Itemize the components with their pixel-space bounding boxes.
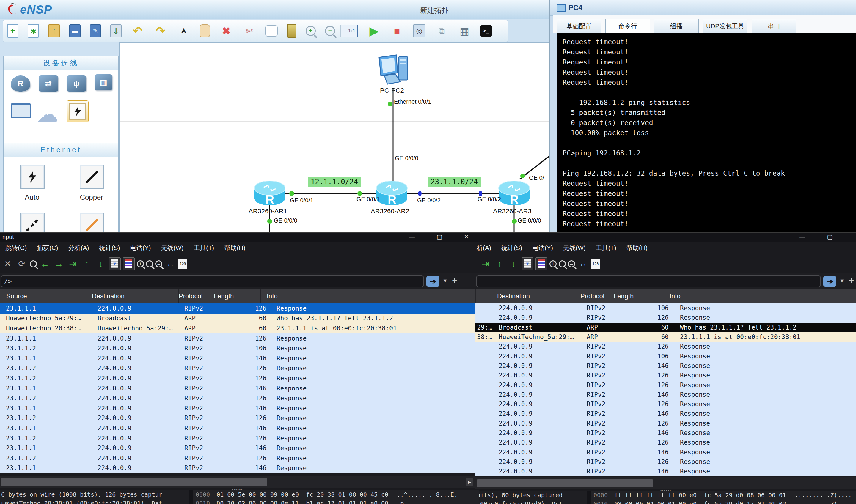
packet-row[interactable]: 224.0.0.9 RIPv2 126 Response [475,342,856,351]
pc4-tab[interactable]: 命令行 [605,19,650,33]
packet-row[interactable]: 23.1.1.1 224.0.0.9 RIPv2 146 Response [0,403,475,413]
maximize-icon[interactable]: ▢ [823,233,837,241]
hex-dump-pane[interactable]: 0000ff ff ff ff ff ff 00 e0 fc 5a 29 d0 … [587,491,856,504]
packet-row[interactable]: HuaweiTechno_20:38:… HuaweiTechno_5a:29:… [0,323,475,334]
zoom-out-icon[interactable]: − [325,26,335,36]
pc-device-icon[interactable] [11,103,31,118]
packet-row[interactable]: 23.1.1.1 224.0.0.9 RIPv2 146 Response [0,423,475,433]
copper-link-button[interactable] [80,165,104,189]
menu-item[interactable]: 捕获(C) [37,244,58,252]
packet-row[interactable]: 23.1.1.1 224.0.0.9 RIPv2 146 Response [0,383,475,393]
packet-row[interactable]: 224.0.0.9 RIPv2 106 Response [475,351,856,361]
node-ar3260-ar2[interactable]: R [375,179,408,206]
packet-row[interactable]: 224.0.0.9 RIPv2 146 Response [475,390,856,399]
menu-item[interactable]: 无线(W) [161,244,184,252]
ws-autoscroll-icon[interactable]: ▼ [109,257,121,270]
packet-row[interactable]: 224.0.0.9 RIPv2 126 Response [475,399,856,409]
pc4-titlebar[interactable]: PC4 [550,0,856,16]
ws-find-icon[interactable] [30,260,37,268]
ws-jump-icon[interactable]: ⇥ [67,257,79,270]
switch-device-icon[interactable]: ⇄ [39,75,58,92]
packet-row[interactable]: 29:… Broadcast ARP 60 Who has 23.1.1.1? … [475,323,856,332]
pc4-tab[interactable]: UDP发包工具 [703,19,748,33]
ws-resize-columns-icon[interactable]: ↔ [577,257,589,270]
horizontal-scrollbar[interactable]: ▶ [0,476,475,488]
packet-row[interactable]: 224.0.0.9 RIPv2 126 Response [475,457,856,467]
device-section-header[interactable]: 设备连线 [3,56,118,70]
menu-item[interactable]: 帮助(H) [627,244,648,252]
undo-icon[interactable]: ↶ [131,23,144,38]
filter-input[interactable]: /> [1,275,424,287]
ws-colorize-icon[interactable] [536,257,547,270]
export-icon[interactable]: ⇓ [110,24,122,37]
menu-item[interactable]: 析(A) [477,244,491,252]
packet-row[interactable]: 23.1.1.1 224.0.0.9 RIPv2 146 Response [0,353,475,363]
packet-row[interactable]: 224.0.0.9 RIPv2 126 Response [475,419,856,428]
new-exam-project-icon[interactable]: ∗ [28,24,39,38]
ws-zoom-out-icon[interactable]: − [559,260,566,268]
filter-dropdown-icon[interactable]: ▼ [442,278,448,284]
minimize-icon[interactable]: — [405,233,419,241]
packet-row[interactable]: HuaweiTechno_5a:29:… Broadcast ARP 60 Wh… [0,313,475,324]
node-ar3260-ar1[interactable]: R [253,179,286,206]
packet-row[interactable]: 23.1.1.2 224.0.0.9 RIPv2 126 Response [0,413,475,424]
ws-colorize-icon[interactable] [123,257,135,270]
delete-link-icon[interactable]: ✄ [242,23,256,38]
packet-row[interactable]: 23.1.1.1 224.0.0.9 RIPv2 146 Response [0,443,475,453]
ws-zoom-reset-icon[interactable]: = [568,260,575,268]
actual-size-icon[interactable]: 1:1 [340,25,358,37]
ws-columns-123-icon[interactable]: 123 [178,259,187,269]
device-link-tool-selected[interactable] [67,101,89,122]
filter-apply-icon[interactable]: ➔ [823,276,836,287]
filter-dropdown-icon[interactable]: ▼ [839,278,845,284]
ws-zoom-reset-icon[interactable]: = [155,260,162,268]
ws-zoom-in-icon[interactable]: + [549,260,557,268]
ws-columns-123-icon[interactable]: 123 [591,259,600,269]
horizontal-scrollbar[interactable] [475,477,856,489]
pc4-terminal[interactable]: Request timeout!Request timeout!Request … [557,33,856,233]
packet-row[interactable]: 224.0.0.9 RIPv2 126 Response [475,380,856,390]
packet-row[interactable]: 23.1.1.2 224.0.0.9 RIPv2 126 Response [0,453,475,463]
menu-item[interactable]: 工具(T) [194,244,214,252]
zoom-in-icon[interactable]: + [305,26,316,36]
hex-dump-pane[interactable]: 000001 00 5e 00 00 09 00 e0 fc 20 38 01 … [189,490,479,504]
ws-jump-icon[interactable]: ⇥ [479,257,491,270]
text-icon[interactable]: ⋯ [265,25,278,37]
router-device-icon[interactable]: R [11,75,30,92]
packet-row[interactable]: 224.0.0.9 RIPv2 106 Response [475,303,856,313]
packet-row[interactable]: 224.0.0.9 RIPv2 146 Response [475,409,856,418]
save-as-icon[interactable]: ✎ [90,24,101,37]
packet-row[interactable]: 224.0.0.9 RIPv2 146 Response [475,361,856,371]
packet-row[interactable]: 224.0.0.9 RIPv2 126 Response [475,438,856,447]
pc4-tab[interactable]: 基础配置 [557,19,601,33]
topo-link-icon[interactable]: ⧉ [435,23,448,38]
palette-icon[interactable] [287,24,296,38]
packet-row[interactable]: 224.0.0.9 RIPv2 146 Response [475,428,856,438]
stop-devices-icon[interactable]: ■ [390,23,404,38]
redo-icon[interactable]: ↷ [154,23,168,38]
packet-row[interactable]: 23.1.1.2 224.0.0.9 RIPv2 126 Response [0,393,475,403]
delete-icon[interactable]: ✖ [220,23,233,38]
node-ar3260-ar3[interactable]: R [497,179,531,206]
packet-row[interactable]: 23.1.1.2 224.0.0.9 RIPv2 106 Response [0,343,475,353]
new-topology-icon[interactable]: + [7,24,18,38]
ws-resize-columns-icon[interactable]: ↔ [164,257,176,270]
menu-item[interactable]: 工具(T) [596,244,616,252]
packet-row[interactable]: 23.1.1.1 224.0.0.9 RIPv2 126 Response [0,334,475,344]
cloud-device-icon[interactable]: ☁ [37,106,58,123]
menu-item[interactable]: 统计(S) [501,244,522,252]
firewall-device-icon[interactable]: ▥ [94,74,112,90]
ws-down-icon[interactable]: ↓ [95,257,107,270]
menu-item[interactable]: 电话(Y) [532,244,553,252]
link-section-header[interactable]: Ethernet [3,143,118,157]
packet-detail-pane[interactable]: 6 bytes on wire (1008 bits), 126 bytes c… [0,490,189,504]
maximize-icon[interactable]: ▢ [433,233,446,241]
menu-item[interactable]: 分析(A) [68,244,89,252]
packet-capture-icon[interactable]: ◎ [413,24,425,37]
pc4-tab[interactable]: 组播 [654,19,699,33]
filter-add-icon[interactable]: + [452,275,457,286]
close-icon[interactable]: ✕ [460,233,473,241]
ws-up-icon[interactable]: ↑ [81,257,93,270]
menu-item[interactable]: 电话(Y) [130,244,151,252]
ws-zoom-out-icon[interactable]: − [146,260,153,268]
